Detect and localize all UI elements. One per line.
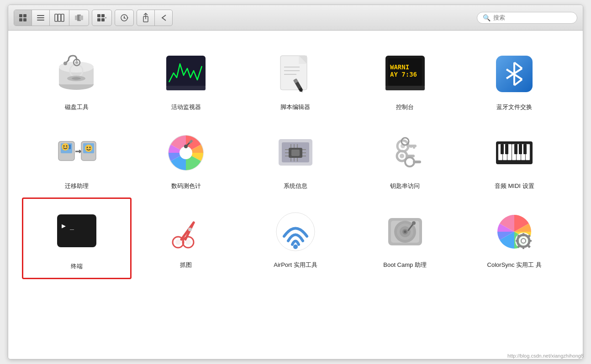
app-item-system-info[interactable]: 系统信息 [241,119,350,198]
share-edit-group [137,10,173,26]
svg-rect-143 [516,240,519,242]
group-button[interactable] [92,10,111,26]
app-item-activity-monitor[interactable]: 活动监视器 [132,40,241,119]
group-button-group [92,10,112,26]
svg-rect-8 [58,14,61,21]
bootcamp-label: Boot Camp 助理 [383,261,427,269]
content-area: 磁盘工具 活动监视器 [8,31,583,359]
keychain-label: 钥匙串访问 [390,182,420,190]
bluetooth-label: 蓝牙文件交换 [496,104,532,111]
svg-marker-17 [106,17,106,19]
svg-rect-96 [413,145,415,149]
airport-label: AirPort 实用工具 [274,261,317,269]
svg-point-76 [184,145,188,148]
app-item-airport[interactable]: AirPort 实用工具 [241,198,350,279]
svg-rect-1 [23,14,26,17]
svg-rect-37 [166,86,206,90]
svg-marker-22 [127,17,128,19]
search-input[interactable] [493,14,566,21]
svg-point-126 [188,228,192,231]
terminal-icon: ▶ _ [52,208,102,258]
svg-point-35 [63,62,67,65]
colorsync-label: ColorSync 实用工 具 [487,261,542,269]
disk-utility-label: 磁盘工具 [65,104,89,111]
color-meter-label: 数码测色计 [171,182,201,190]
svg-point-140 [521,239,526,243]
app-item-color-meter[interactable]: 数码测色计 [132,119,241,198]
svg-rect-118 [57,214,96,247]
app-item-migration[interactable]: 迁移助理 [22,119,132,198]
svg-text:▶ _: ▶ _ [62,222,74,230]
svg-rect-117 [523,144,527,154]
svg-text:WARNI: WARNI [390,63,409,71]
svg-text:AY 7:36: AY 7:36 [390,71,417,78]
script-editor-icon [270,49,321,99]
app-item-bootcamp[interactable]: Boot Camp 助理 [350,198,460,279]
view-buttons [14,10,89,26]
audio-midi-label: 音频 MIDI 设置 [495,182,534,190]
svg-point-33 [75,61,78,64]
app-item-keychain[interactable]: 钥匙串访问 [350,119,460,198]
svg-rect-0 [19,14,22,17]
list-view-button[interactable] [32,10,50,26]
app-grid: 磁盘工具 活动监视器 [22,40,569,279]
action-button[interactable] [115,10,133,26]
svg-rect-2 [19,18,22,21]
console-label: 控制台 [396,104,414,111]
svg-rect-92 [291,150,300,156]
svg-rect-51 [385,86,425,90]
svg-point-73 [179,146,192,159]
keychain-icon [380,128,430,178]
color-meter-icon [161,128,211,178]
search-box[interactable]: 🔍 [477,12,577,24]
app-item-bluetooth[interactable]: 蓝牙文件交换 [459,40,569,119]
svg-point-128 [293,244,298,249]
system-info-icon [270,128,321,178]
svg-rect-103 [413,161,421,163]
cover-view-button[interactable] [69,10,89,26]
column-view-button[interactable] [50,10,69,26]
icon-view-button[interactable] [14,10,32,26]
svg-point-21 [124,17,125,18]
svg-rect-13 [97,14,100,17]
app-item-colorsync[interactable]: ColorSync 实用工 具 [459,198,569,279]
app-item-grab[interactable]: 抓图 [132,198,241,279]
terminal-label: 终端 [71,263,83,270]
system-info-label: 系统信息 [284,182,307,190]
svg-point-62 [62,143,69,151]
svg-point-63 [63,145,64,146]
svg-rect-144 [528,240,532,242]
svg-point-137 [412,221,416,225]
app-item-terminal[interactable]: ▶ _ 终端 [22,198,132,279]
svg-point-124 [185,239,191,245]
app-item-console[interactable]: WARNI AY 7:36 控制台 [350,40,460,119]
svg-rect-115 [514,144,517,154]
share-button[interactable] [137,10,155,26]
app-item-script-editor[interactable]: 脚本编辑器 [241,40,350,119]
bootcamp-icon [380,207,430,257]
airport-icon [270,207,321,257]
svg-rect-116 [519,144,522,154]
svg-rect-114 [505,144,508,154]
disk-utility-icon [52,49,102,99]
svg-point-135 [404,230,406,233]
activity-monitor-label: 活动监视器 [171,104,201,111]
svg-point-31 [72,77,81,80]
console-icon: WARNI AY 7:36 [380,49,430,99]
svg-rect-16 [101,18,105,21]
grab-icon [161,207,211,257]
action-button-group [115,10,134,26]
svg-rect-3 [23,18,26,21]
search-icon: 🔍 [483,14,491,21]
svg-rect-7 [55,14,58,21]
finder-window: 🔍 [8,5,583,359]
app-item-audio-midi[interactable]: 音频 MIDI 设置 [459,119,569,198]
app-item-disk-utility[interactable]: 磁盘工具 [22,40,132,119]
back-button[interactable] [155,10,172,26]
svg-point-69 [85,145,92,152]
script-editor-label: 脚本编辑器 [280,104,310,111]
migration-label: 迁移助理 [65,182,89,190]
svg-rect-97 [410,145,412,148]
toolbar: 🔍 [8,5,583,31]
bluetooth-icon [489,49,539,99]
